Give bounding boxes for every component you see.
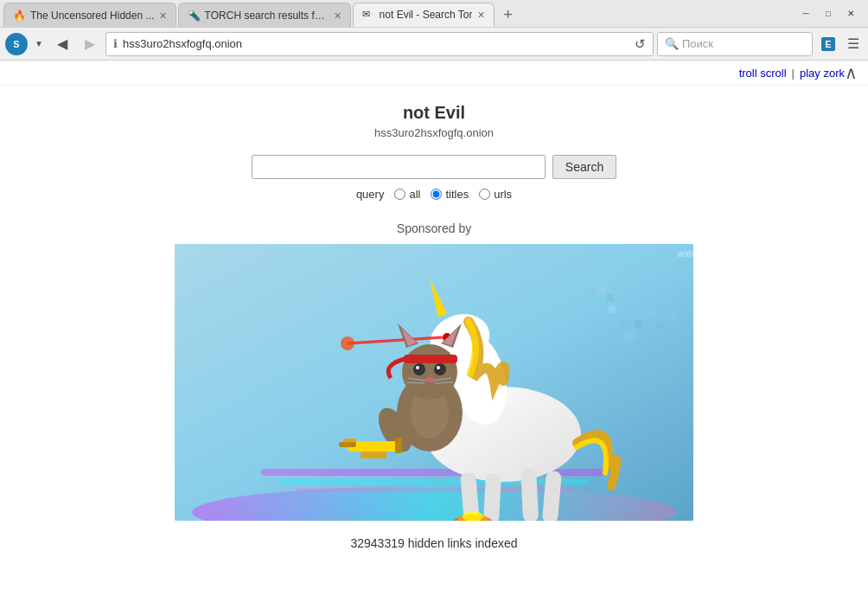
tab-2[interactable]: 🔦 TORCH search results for: ... × bbox=[178, 3, 351, 27]
profile-dropdown-icon[interactable]: ▼ bbox=[31, 33, 47, 55]
svg-line-38 bbox=[406, 382, 424, 383]
scroll-up-button[interactable]: ∧ bbox=[845, 64, 858, 81]
stats-text: 32943319 hidden links indexed bbox=[350, 536, 517, 550]
tab2-title: TORCH search results for: ... bbox=[205, 10, 329, 22]
search-icon: 🔍 bbox=[665, 37, 679, 50]
tab1-close[interactable]: × bbox=[159, 10, 166, 22]
svg-point-34 bbox=[416, 366, 419, 369]
tab-1[interactable]: 🔥 The Uncensored Hidden ... × bbox=[3, 3, 176, 27]
tab1-title: The Uncensored Hidden ... bbox=[30, 10, 154, 22]
svg-point-36 bbox=[425, 377, 434, 382]
query-label: query bbox=[356, 188, 385, 201]
tab-3[interactable]: ✉ not Evil - Search Tor × bbox=[353, 3, 495, 27]
all-label: all bbox=[409, 188, 420, 201]
tab3-close[interactable]: × bbox=[477, 9, 484, 21]
close-button[interactable]: ✕ bbox=[840, 3, 861, 24]
troll-scroll-link[interactable]: troll scroll bbox=[739, 67, 787, 80]
svg-rect-41 bbox=[404, 355, 457, 363]
svg-rect-49 bbox=[609, 306, 616, 313]
svg-rect-46 bbox=[395, 438, 402, 453]
sponsored-label: Sponsored by bbox=[397, 221, 471, 235]
svg-rect-20 bbox=[520, 468, 539, 521]
svg-rect-53 bbox=[646, 310, 654, 318]
tab1-favicon: 🔥 bbox=[13, 10, 25, 22]
forward-button[interactable]: ▶ bbox=[78, 32, 102, 56]
minimize-button[interactable]: ─ bbox=[795, 3, 816, 24]
svg-text:wah: wah bbox=[677, 249, 693, 259]
svg-rect-48 bbox=[598, 313, 607, 322]
svg-rect-52 bbox=[635, 320, 641, 327]
svg-rect-55 bbox=[666, 311, 676, 322]
new-tab-button[interactable]: + bbox=[496, 3, 520, 27]
search-placeholder: Поиск bbox=[682, 37, 713, 50]
svg-rect-47 bbox=[339, 442, 356, 447]
urls-label: urls bbox=[494, 188, 512, 201]
svg-rect-54 bbox=[657, 322, 664, 329]
search-form: Search bbox=[252, 155, 616, 179]
search-options: query all titles urls bbox=[356, 188, 512, 201]
svg-rect-3 bbox=[590, 287, 597, 294]
urls-option[interactable]: urls bbox=[479, 188, 512, 201]
tab3-title: not Evil - Search Tor bbox=[380, 9, 473, 21]
svg-rect-45 bbox=[361, 452, 386, 458]
window-controls: ─ □ ✕ bbox=[795, 3, 868, 24]
extension-icon[interactable]: E bbox=[816, 32, 840, 56]
svg-point-17 bbox=[341, 336, 354, 350]
titles-label: titles bbox=[445, 188, 469, 201]
site-title: not Evil bbox=[403, 103, 465, 123]
svg-rect-4 bbox=[598, 287, 605, 294]
play-zork-link[interactable]: play zork bbox=[800, 67, 845, 80]
svg-point-32 bbox=[413, 363, 425, 375]
tab2-close[interactable]: × bbox=[334, 10, 341, 22]
browser-search-bar[interactable]: 🔍 Поиск bbox=[657, 32, 813, 56]
sponsor-image: wah bbox=[175, 244, 693, 521]
refresh-button[interactable]: ↺ bbox=[635, 36, 646, 52]
site-domain: hss3uro2hsxfogfq.onion bbox=[374, 126, 494, 139]
topbar-separator: | bbox=[792, 67, 795, 80]
search-input[interactable] bbox=[252, 155, 546, 179]
maximize-button[interactable]: □ bbox=[818, 3, 839, 24]
svg-point-33 bbox=[434, 363, 446, 375]
profile-icon[interactable]: S bbox=[5, 33, 28, 55]
all-option[interactable]: all bbox=[394, 188, 420, 201]
sponsor-svg: wah bbox=[175, 244, 693, 521]
svg-rect-19 bbox=[483, 473, 501, 521]
address-text: hss3uro2hsxfogfq.onion bbox=[123, 37, 629, 50]
back-button[interactable]: ◀ bbox=[50, 32, 74, 56]
topbar-links: troll scroll | play zork ∧ bbox=[0, 61, 868, 86]
svg-rect-51 bbox=[624, 330, 635, 341]
title-bar: 🔥 The Uncensored Hidden ... × 🔦 TORCH se… bbox=[0, 0, 868, 28]
navigation-bar: S ▼ ◀ ▶ ℹ hss3uro2hsxfogfq.onion ↺ 🔍 Пои… bbox=[0, 28, 868, 61]
address-bar[interactable]: ℹ hss3uro2hsxfogfq.onion ↺ bbox=[105, 32, 654, 56]
svg-text:E: E bbox=[825, 39, 831, 49]
svg-line-40 bbox=[435, 382, 453, 383]
svg-rect-8 bbox=[278, 479, 590, 484]
search-button[interactable]: Search bbox=[552, 155, 616, 179]
tab2-favicon: 🔦 bbox=[188, 10, 200, 22]
info-icon[interactable]: ℹ bbox=[113, 37, 118, 50]
page-content: not Evil hss3uro2hsxfogfq.onion Search q… bbox=[0, 86, 868, 596]
tab3-favicon: ✉ bbox=[362, 9, 374, 21]
titles-option[interactable]: titles bbox=[431, 188, 469, 201]
menu-button[interactable]: ☰ bbox=[844, 34, 863, 54]
svg-point-35 bbox=[437, 366, 440, 369]
svg-rect-5 bbox=[607, 294, 614, 301]
tab-group: 🔥 The Uncensored Hidden ... × 🔦 TORCH se… bbox=[0, 0, 795, 27]
svg-point-27 bbox=[402, 344, 457, 400]
svg-rect-50 bbox=[619, 320, 624, 325]
